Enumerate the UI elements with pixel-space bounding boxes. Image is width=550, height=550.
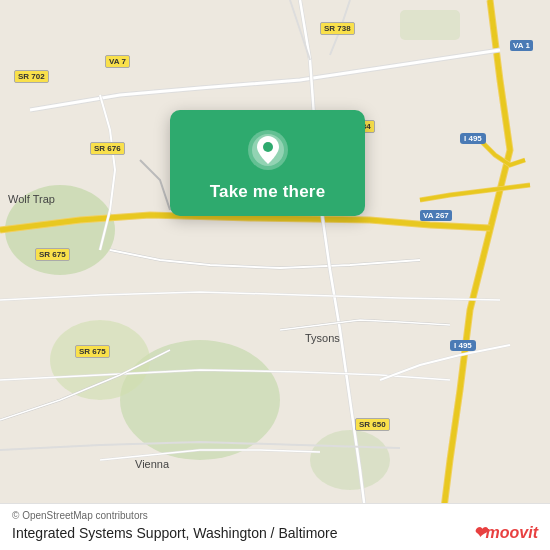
svg-rect-5 [400, 10, 460, 40]
i495-2-label: I 495 [450, 340, 476, 351]
va7-label: VA 7 [105, 55, 130, 68]
map-container: VA 7 SR 738 SR 702 SR 676 SR 684 VA 1 I … [0, 0, 550, 550]
svg-point-4 [310, 430, 390, 490]
bottom-bar-title-row: Integrated Systems Support, Washington /… [12, 523, 538, 542]
i495-1-label: I 495 [460, 133, 486, 144]
va267-label: VA 267 [420, 210, 452, 221]
sr650-label: SR 650 [355, 418, 390, 431]
sr675-2-label: SR 675 [75, 345, 110, 358]
moovit-text: moovit [486, 524, 538, 541]
sr702-label: SR 702 [14, 70, 49, 83]
take-me-there-button[interactable]: Take me there [210, 182, 326, 202]
map-attribution: © OpenStreetMap contributors [12, 510, 538, 521]
sr675-1-label: SR 675 [35, 248, 70, 261]
va1-label: VA 1 [510, 40, 533, 51]
moovit-logo: ❤moovit [473, 523, 538, 542]
sr738-label: SR 738 [320, 22, 355, 35]
map-background [0, 0, 550, 550]
location-pin-icon [246, 128, 290, 172]
svg-point-8 [263, 142, 273, 152]
bottom-bar: © OpenStreetMap contributors Integrated … [0, 503, 550, 550]
tysons-label: Tysons [305, 332, 340, 344]
wolf-trap-label: Wolf Trap [8, 193, 55, 205]
svg-point-3 [50, 320, 150, 400]
sr676-1-label: SR 676 [90, 142, 125, 155]
vienna-label: Vienna [135, 458, 169, 470]
location-card: Take me there [170, 110, 365, 216]
moovit-heart-icon: ❤ [473, 524, 486, 541]
place-name-label: Integrated Systems Support, Washington /… [12, 525, 338, 541]
